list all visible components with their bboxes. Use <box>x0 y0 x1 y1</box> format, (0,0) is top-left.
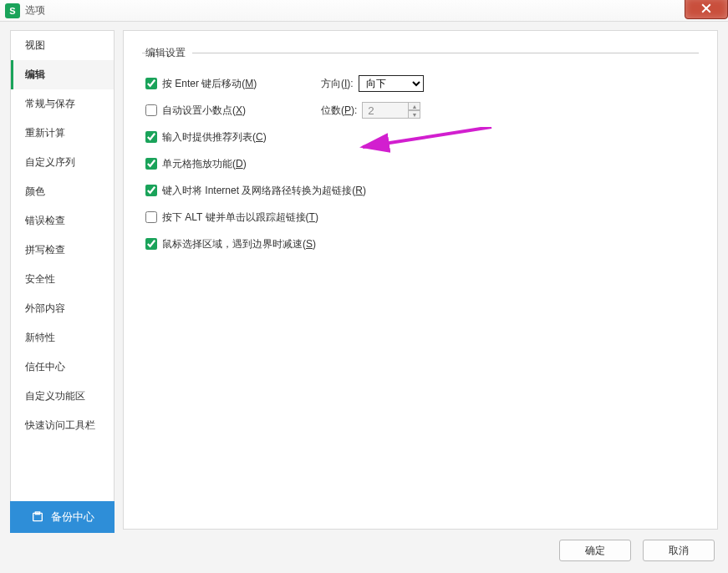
sidebar-item-1[interactable]: 编辑 <box>11 60 114 89</box>
sidebar-item-13[interactable]: 快速访问工具栏 <box>11 411 114 440</box>
backup-button-label: 备份中心 <box>51 510 94 525</box>
sidebar-item-label: 颜色 <box>25 185 45 197</box>
sidebar-item-label: 安全性 <box>25 273 55 285</box>
sidebar-item-8[interactable]: 安全性 <box>11 265 114 294</box>
sidebar-item-10[interactable]: 新特性 <box>11 323 114 352</box>
sidebar-item-11[interactable]: 信任中心 <box>11 352 114 382</box>
direction-label: 方向(I): <box>321 77 354 91</box>
checkbox-label-mouse-edge-slow: 鼠标选择区域，遇到边界时减速(S) <box>162 237 316 251</box>
close-icon <box>701 3 711 13</box>
settings-panel: 编辑设置 按 Enter 键后移动(M) 方向(I): 向下向右向上向左 <box>123 30 718 530</box>
checkbox-label-auto-hyperlink: 键入时将 Internet 及网络路径转换为超链接(R) <box>162 184 366 198</box>
sidebar-item-label: 自定义序列 <box>25 156 75 168</box>
sidebar-item-label: 外部内容 <box>25 302 65 314</box>
checkbox-input-alt-click-link[interactable] <box>145 211 157 223</box>
decimal-places-input[interactable] <box>362 102 409 119</box>
checkbox-suggest-list[interactable]: 输入时提供推荐列表(C) <box>145 130 321 145</box>
checkbox-auto-decimal[interactable]: 自动设置小数点(X) <box>145 104 321 118</box>
checkbox-auto-hyperlink[interactable]: 键入时将 Internet 及网络路径转换为超链接(R) <box>145 184 366 198</box>
checkbox-label-cell-drag: 单元格拖放功能(D) <box>162 157 247 171</box>
checkbox-enter-move[interactable]: 按 Enter 键后移动(M) <box>145 77 321 91</box>
app-icon: S <box>5 3 20 18</box>
sidebar-item-label: 快速访问工具栏 <box>25 419 95 431</box>
decimal-places-spinner[interactable]: ▲ ▼ <box>362 102 420 119</box>
checkbox-input-mouse-edge-slow[interactable] <box>145 238 157 250</box>
checkbox-label-enter-move: 按 Enter 键后移动(M) <box>162 77 257 91</box>
sidebar-item-label: 错误检查 <box>25 215 65 226</box>
checkbox-label-alt-click-link: 按下 ALT 键并单击以跟踪超链接(T) <box>162 210 318 225</box>
sidebar-item-12[interactable]: 自定义功能区 <box>11 382 114 411</box>
window-title: 选项 <box>25 3 45 18</box>
ok-button[interactable]: 确定 <box>559 540 631 561</box>
sidebar-item-7[interactable]: 拼写检查 <box>11 236 114 265</box>
category-list: 视图编辑常规与保存重新计算自定义序列颜色错误检查拼写检查安全性外部内容新特性信任… <box>11 31 114 440</box>
group-title: 编辑设置 <box>145 46 192 60</box>
sidebar-item-label: 新特性 <box>25 332 55 343</box>
sidebar-item-6[interactable]: 错误检查 <box>11 206 114 236</box>
decimal-places-label: 位数(P): <box>321 104 357 118</box>
sidebar-item-label: 常规与保存 <box>25 98 75 109</box>
sidebar-item-label: 自定义功能区 <box>25 390 85 402</box>
sidebar-item-label: 重新计算 <box>25 127 65 139</box>
sidebar-item-label: 信任中心 <box>25 361 65 373</box>
backup-center-button[interactable]: 备份中心 <box>10 501 115 533</box>
direction-select[interactable]: 向下向右向上向左 <box>359 75 424 92</box>
checkbox-label-suggest-list: 输入时提供推荐列表(C) <box>162 130 267 145</box>
sidebar-item-4[interactable]: 自定义序列 <box>11 148 114 177</box>
checkbox-label-auto-decimal: 自动设置小数点(X) <box>162 104 246 118</box>
sidebar-item-label: 编辑 <box>25 68 45 80</box>
sidebar-item-0[interactable]: 视图 <box>11 31 114 60</box>
checkbox-input-suggest-list[interactable] <box>145 131 157 143</box>
spinner-down[interactable]: ▼ <box>408 110 420 119</box>
sidebar-item-label: 视图 <box>25 39 45 51</box>
checkbox-mouse-edge-slow[interactable]: 鼠标选择区域，遇到边界时减速(S) <box>145 237 316 251</box>
checkbox-input-auto-decimal[interactable] <box>145 104 157 116</box>
close-button[interactable] <box>685 0 728 19</box>
checkbox-input-enter-move[interactable] <box>145 78 157 89</box>
cancel-button[interactable]: 取消 <box>643 540 715 561</box>
title-bar: S 选项 <box>0 0 728 22</box>
backup-icon <box>31 510 44 524</box>
sidebar-item-label: 拼写检查 <box>25 244 65 256</box>
spinner-up[interactable]: ▲ <box>408 102 420 110</box>
sidebar-item-2[interactable]: 常规与保存 <box>11 89 114 119</box>
checkbox-input-cell-drag[interactable] <box>145 158 157 170</box>
dialog-body: 视图编辑常规与保存重新计算自定义序列颜色错误检查拼写检查安全性外部内容新特性信任… <box>0 22 728 573</box>
checkbox-input-auto-hyperlink[interactable] <box>145 185 157 196</box>
category-sidebar: 视图编辑常规与保存重新计算自定义序列颜色错误检查拼写检查安全性外部内容新特性信任… <box>10 30 115 530</box>
sidebar-item-9[interactable]: 外部内容 <box>11 294 114 323</box>
checkbox-cell-drag[interactable]: 单元格拖放功能(D) <box>145 157 321 171</box>
dialog-footer: 确定 取消 <box>559 540 715 561</box>
sidebar-item-5[interactable]: 颜色 <box>11 177 114 206</box>
edit-settings-group: 编辑设置 按 Enter 键后移动(M) 方向(I): 向下向右向上向左 <box>142 46 699 262</box>
sidebar-item-3[interactable]: 重新计算 <box>11 119 114 148</box>
checkbox-alt-click-link[interactable]: 按下 ALT 键并单击以跟踪超链接(T) <box>145 210 318 225</box>
